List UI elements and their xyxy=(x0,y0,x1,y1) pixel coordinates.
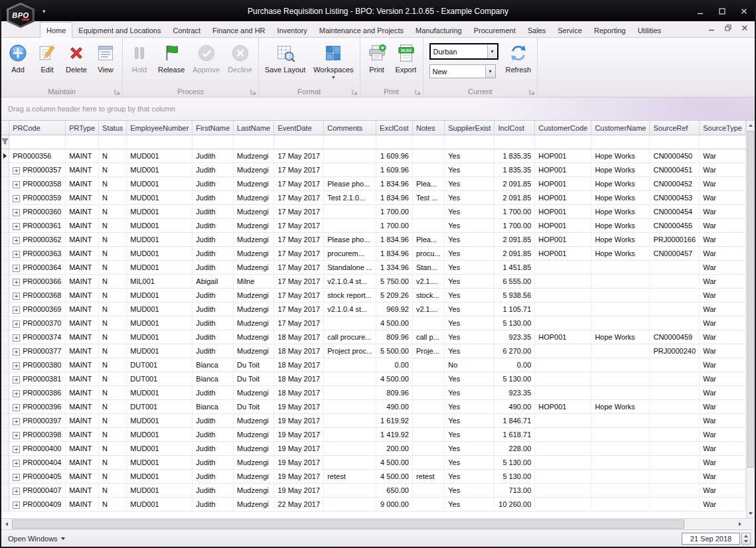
cell-prtype[interactable]: MAINT xyxy=(66,219,99,233)
cell-prtype[interactable]: MAINT xyxy=(66,149,99,163)
cell-supplierexist[interactable]: Yes xyxy=(445,400,494,414)
cell-eventdate[interactable]: 19 May 2017 xyxy=(274,428,324,442)
cell-customercode[interactable]: HOP001 xyxy=(535,247,591,261)
cell-sourcetype[interactable]: War xyxy=(700,219,746,233)
cell-inclcost[interactable]: 1 700.00 xyxy=(494,219,535,233)
expand-row-icon[interactable]: + xyxy=(13,404,20,411)
cell-comments[interactable] xyxy=(324,400,376,414)
workspaces-button[interactable]: Workspaces▾ xyxy=(309,40,357,86)
cell-eventdate[interactable]: 17 May 2017 xyxy=(274,219,324,233)
cell-prcode[interactable]: +PR0000405 xyxy=(9,470,66,484)
cell-supplierexist[interactable]: Yes xyxy=(445,442,494,456)
status-combo[interactable]: New▾ xyxy=(429,64,496,78)
filter-cell-sourceref[interactable] xyxy=(650,135,700,149)
cell-comments[interactable]: v2.1.0.4 st... xyxy=(324,303,376,316)
cell-notes[interactable]: Proje... xyxy=(413,344,445,358)
expand-row-icon[interactable]: + xyxy=(13,237,20,244)
table-row[interactable]: +PR0000357MAINTNMUD001JudithMudzengi17 M… xyxy=(1,163,746,177)
cell-firstname[interactable]: Bianca xyxy=(192,358,234,372)
vertical-scrollbar[interactable] xyxy=(746,121,755,518)
application-menu-button[interactable]: BPO xyxy=(7,3,35,28)
cell-employeenumber[interactable]: MUD001 xyxy=(127,344,192,358)
cell-sourceref[interactable]: CN0000450 xyxy=(650,149,700,163)
cell-lastname[interactable]: Mudzengi xyxy=(234,498,274,512)
cell-prcode[interactable]: +PR0000357 xyxy=(9,163,66,177)
table-row[interactable]: +PR0000405MAINTNMUD001JudithMudzengi19 M… xyxy=(1,470,746,484)
cell-employeenumber[interactable]: DUT001 xyxy=(127,358,192,372)
cell-prcode[interactable]: +PR0000397 xyxy=(9,414,66,428)
cell-comments[interactable] xyxy=(324,484,376,498)
cell-employeenumber[interactable]: MUD001 xyxy=(127,330,192,344)
cell-supplierexist[interactable]: Yes xyxy=(445,484,494,498)
expand-row-icon[interactable]: + xyxy=(13,293,20,300)
cell-employeenumber[interactable]: MUD001 xyxy=(127,247,192,261)
expand-row-icon[interactable]: + xyxy=(13,432,20,439)
cell-inclcost[interactable]: 5 130.00 xyxy=(494,470,535,484)
cell-customername[interactable]: Hope Works xyxy=(591,177,650,191)
expand-row-icon[interactable]: + xyxy=(13,376,20,383)
cell-firstname[interactable]: Judith xyxy=(192,233,234,247)
h-scroll-right-button[interactable] xyxy=(735,519,745,529)
cell-comments[interactable] xyxy=(324,316,376,330)
cell-sourcetype[interactable]: War xyxy=(700,149,746,163)
cell-exclcost[interactable]: 4 500.00 xyxy=(376,372,413,386)
cell-employeenumber[interactable]: MUD001 xyxy=(127,414,192,428)
cell-lastname[interactable]: Mudzengi xyxy=(234,470,274,484)
table-row[interactable]: +PR0000358MAINTNMUD001JudithMudzengi17 M… xyxy=(1,177,746,191)
cell-sourceref[interactable]: PRJ0000166 xyxy=(650,233,700,247)
cell-employeenumber[interactable]: MUD001 xyxy=(127,191,192,205)
cell-customercode[interactable]: HOP001 xyxy=(535,205,591,219)
tab-maintenance-and-projects[interactable]: Maintenance and Projects xyxy=(313,24,410,37)
cell-exclcost[interactable]: 1 609.96 xyxy=(376,163,413,177)
cell-employeenumber[interactable]: MUD001 xyxy=(127,386,192,400)
cell-prcode[interactable]: +PR0000407 xyxy=(9,484,66,498)
cell-firstname[interactable]: Judith xyxy=(192,303,234,316)
expand-row-icon[interactable]: + xyxy=(13,279,20,286)
cell-prcode[interactable]: +PR0000360 xyxy=(9,205,66,219)
cell-inclcost[interactable]: 490.00 xyxy=(494,400,535,414)
cell-exclcost[interactable]: 490.00 xyxy=(376,400,413,414)
cell-status[interactable]: N xyxy=(99,330,127,344)
dialog-launcher-icon[interactable] xyxy=(415,89,421,95)
delete-button[interactable]: Delete xyxy=(62,40,91,86)
export-button[interactable]: XLSXExport xyxy=(392,40,421,86)
cell-customername[interactable] xyxy=(591,316,650,330)
column-header-sourceref[interactable]: SourceRef xyxy=(650,121,700,135)
cell-supplierexist[interactable]: Yes xyxy=(445,163,494,177)
cell-customername[interactable] xyxy=(591,275,650,289)
cell-lastname[interactable]: Du Toit xyxy=(234,358,274,372)
cell-notes[interactable] xyxy=(413,358,445,372)
cell-customercode[interactable]: HOP001 xyxy=(535,330,591,344)
cell-prcode[interactable]: +PR0000362 xyxy=(9,233,66,247)
cell-customercode[interactable]: HOP001 xyxy=(535,163,591,177)
cell-customername[interactable] xyxy=(591,372,650,386)
cell-comments[interactable]: Project proc... xyxy=(324,344,376,358)
cell-customername[interactable] xyxy=(591,442,650,456)
filter-cell-customername[interactable] xyxy=(591,135,650,149)
cell-firstname[interactable]: Judith xyxy=(192,261,234,275)
cell-customername[interactable] xyxy=(591,358,650,372)
cell-customername[interactable]: Hope Works xyxy=(591,330,650,344)
cell-exclcost[interactable]: 809.96 xyxy=(376,386,413,400)
cell-notes[interactable]: v2.1.... xyxy=(413,275,445,289)
dialog-launcher-icon[interactable] xyxy=(250,89,256,95)
cell-lastname[interactable]: Mudzengi xyxy=(234,233,274,247)
cell-notes[interactable]: Stan... xyxy=(413,261,445,275)
cell-inclcost[interactable]: 923.35 xyxy=(494,330,535,344)
chevron-down-icon[interactable]: ▾ xyxy=(487,44,497,58)
cell-prtype[interactable]: MAINT xyxy=(66,344,99,358)
cell-eventdate[interactable]: 18 May 2017 xyxy=(274,372,324,386)
cell-supplierexist[interactable]: Yes xyxy=(445,386,494,400)
cell-lastname[interactable]: Milne xyxy=(234,275,274,289)
cell-sourceref[interactable]: CN0000459 xyxy=(650,330,700,344)
cell-firstname[interactable]: Judith xyxy=(192,177,234,191)
cell-customercode[interactable] xyxy=(535,289,591,303)
expand-row-icon[interactable]: + xyxy=(13,320,20,328)
cell-customercode[interactable]: HOP001 xyxy=(535,233,591,247)
cell-customercode[interactable] xyxy=(535,414,591,428)
cell-inclcost[interactable]: 1 451.85 xyxy=(494,261,535,275)
cell-notes[interactable]: call p... xyxy=(413,330,445,344)
cell-status[interactable]: N xyxy=(99,386,127,400)
cell-notes[interactable] xyxy=(413,372,445,386)
cell-lastname[interactable]: Mudzengi xyxy=(234,303,274,316)
